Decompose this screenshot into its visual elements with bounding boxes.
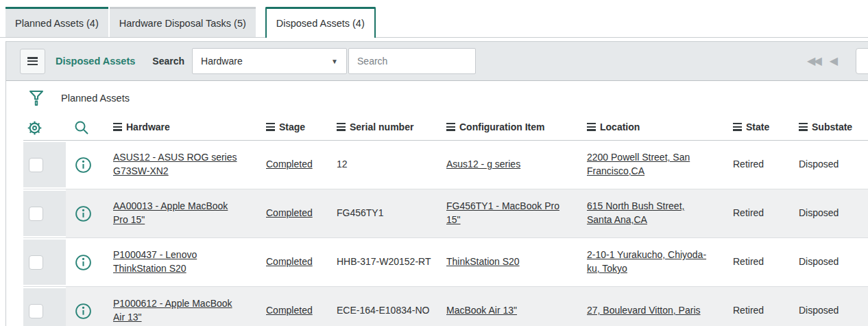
tab-label: Planned Assets (4) [15,18,99,29]
column-menu-icon[interactable] [799,123,808,131]
serial-number-cell: FG456TY1 [330,189,440,238]
table-row: P1000612 - Apple MacBook Air 13" Complet… [23,287,868,326]
list-toolbar: Disposed Assets Search Hardware ▼ ◀◀ ◀ [6,41,868,81]
location-link[interactable]: 2-10-1 Yurakucho, Chiyoda-ku, Tokyo [587,249,706,274]
substate-cell: Disposed [793,238,868,287]
table-row: P1000437 - Lenovo ThinkStation S20 Compl… [23,238,868,287]
column-menu-icon[interactable] [113,123,122,131]
substate-cell: Disposed [793,141,868,189]
location-link[interactable]: 615 North Bush Street, Santa Ana,CA [587,200,684,225]
column-header-hardware[interactable]: Hardware [107,115,260,141]
tab-bar: Planned Assets (4) Hardware Disposal Tas… [0,7,868,38]
hardware-link[interactable]: AA00013 - Apple MacBook Pro 15" [113,200,228,225]
column-menu-icon[interactable] [733,123,742,131]
stage-link[interactable]: Completed [266,207,313,218]
row-info-cell [66,238,107,287]
table-header-row: Hardware Stage Serial number Configurati… [23,115,868,141]
tab-label: Hardware Disposal Tasks (5) [119,18,246,29]
hardware-link[interactable]: P1000437 - Lenovo ThinkStation S20 [113,249,197,274]
hardware-link[interactable]: ASUS12 - ASUS ROG series G73SW-XN2 [113,152,237,176]
location-link[interactable]: 2200 Powell Street, San Francisco,CA [587,152,690,176]
breadcrumb[interactable]: Planned Assets [61,93,130,104]
column-header-location[interactable]: Location [581,115,727,141]
configuration-item-link[interactable]: MacBook Air 13" [446,305,517,316]
column-header-state[interactable]: State [727,115,793,141]
tab-planned-assets[interactable]: Planned Assets (4) [5,7,108,38]
tab-disposed-assets[interactable]: Disposed Assets (4) [265,7,376,38]
info-icon[interactable] [75,156,92,174]
info-icon[interactable] [75,303,92,320]
tab-label: Disposed Assets (4) [276,18,365,29]
serial-number-cell: HHB-317-W20152-RT [330,238,440,287]
state-cell: Retired [727,189,793,238]
row-info-cell [66,141,107,189]
filter-row: Planned Assets [6,81,868,115]
serial-number-cell: ECE-164-E10834-NO [330,287,440,326]
row-info-cell [66,189,107,238]
row-select-cell [23,189,66,238]
search-input[interactable] [348,48,476,74]
column-search-toggle-header[interactable] [66,115,107,141]
tab-hardware-disposal-tasks[interactable]: Hardware Disposal Tasks (5) [110,7,256,38]
search-label: Search [152,56,184,67]
row-checkbox[interactable] [29,158,43,172]
disposed-assets-table: Hardware Stage Serial number Configurati… [23,115,868,326]
pagination-controls: ◀◀ ◀ [807,48,868,74]
row-checkbox[interactable] [29,255,43,270]
filter-funnel-icon[interactable] [29,89,44,107]
row-checkbox[interactable] [29,304,43,318]
stage-link[interactable]: Completed [266,256,313,267]
column-header-configuration-item[interactable]: Configuration Item [440,115,581,141]
stage-link[interactable]: Completed [266,159,313,170]
location-link[interactable]: 27, Boulevard Vitton, Paris [587,305,701,316]
state-cell: Retired [727,141,793,189]
column-menu-icon[interactable] [446,123,455,131]
column-menu-icon[interactable] [587,123,596,131]
substate-cell: Disposed [793,189,868,238]
hamburger-menu-icon [27,57,38,65]
search-field-select[interactable]: Hardware ▼ [192,48,347,74]
row-select-cell [23,287,66,326]
column-menu-icon[interactable] [266,123,275,131]
list-panel: Disposed Assets Search Hardware ▼ ◀◀ ◀ P… [5,41,868,326]
substate-cell: Disposed [793,287,868,326]
row-range-input[interactable] [856,48,868,74]
first-page-icon[interactable]: ◀◀ [807,56,820,67]
row-info-cell [66,287,107,326]
hardware-link[interactable]: P1000612 - Apple MacBook Air 13" [113,298,232,323]
info-icon[interactable] [75,254,92,271]
state-cell: Retired [727,287,793,326]
search-field-selected-value: Hardware [201,56,243,67]
column-header-stage[interactable]: Stage [260,115,330,141]
column-header-serial-number[interactable]: Serial number [330,115,440,141]
row-checkbox[interactable] [29,207,43,221]
info-icon[interactable] [75,205,92,222]
row-select-cell [23,238,66,287]
list-title: Disposed Assets [56,56,135,67]
state-cell: Retired [727,238,793,287]
search-icon[interactable] [74,120,89,135]
column-menu-icon[interactable] [337,123,346,131]
row-select-cell [23,141,66,189]
personalize-list-header[interactable] [23,115,66,141]
serial-number-cell: 12 [330,141,440,189]
list-menu-button[interactable] [20,49,45,74]
chevron-down-icon: ▼ [331,58,338,65]
column-header-substate[interactable]: Substate [793,115,868,141]
configuration-item-link[interactable]: FG456TY1 - MacBook Pro 15" [446,200,559,225]
stage-link[interactable]: Completed [266,305,313,316]
table-row: ASUS12 - ASUS ROG series G73SW-XN2 Compl… [23,141,868,189]
gear-icon[interactable] [26,119,43,137]
configuration-item-link[interactable]: Asus12 - g series [446,159,520,170]
configuration-item-link[interactable]: ThinkStation S20 [446,256,520,267]
table-row: AA00013 - Apple MacBook Pro 15" Complete… [23,189,868,238]
previous-page-icon[interactable]: ◀ [830,56,838,67]
